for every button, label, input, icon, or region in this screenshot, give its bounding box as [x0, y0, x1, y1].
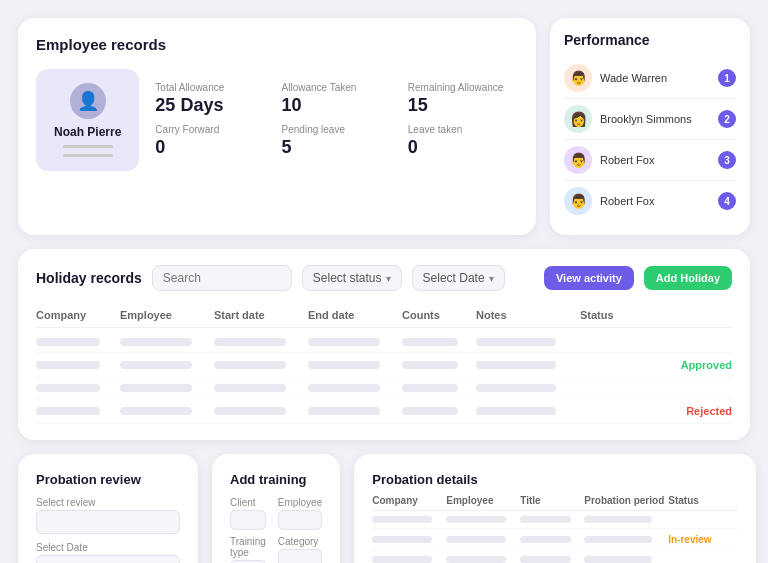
status-badge-inreview: In-review [668, 534, 738, 545]
perf-name-1: Wade Warren [600, 72, 710, 84]
perf-name-2: Brooklyn Simmons [600, 113, 710, 125]
details-td-placeholder [520, 556, 571, 563]
employee-records-title: Employee records [36, 36, 518, 53]
training-field-category: Category [278, 536, 322, 563]
details-td-placeholder [446, 556, 506, 563]
employee-records-card: Employee records 👤 Noah Pierre Total All… [18, 18, 536, 235]
td-placeholder [120, 338, 192, 346]
stat-leave-taken-label: Leave taken [408, 124, 518, 135]
chevron-down-icon-2: ▾ [489, 273, 494, 284]
col-end-date: End date [308, 309, 398, 321]
perf-rank-4: 4 [718, 192, 736, 210]
td-placeholder [308, 338, 380, 346]
details-td-placeholder [584, 536, 652, 543]
add-holiday-button[interactable]: Add Holiday [644, 266, 732, 290]
stat-remaining-allowance-value: 15 [408, 95, 518, 116]
details-col-status: Status [668, 495, 738, 506]
add-training-card: Add training Client Employee Training ty… [212, 454, 340, 563]
td-placeholder [214, 338, 286, 346]
table-row: Rejected [36, 399, 732, 424]
performance-card: Performance 👨 Wade Warren 1 👩 Brooklyn S… [550, 18, 750, 235]
td-placeholder [476, 384, 556, 392]
td-placeholder [120, 384, 192, 392]
td-placeholder [402, 338, 458, 346]
training-employee-input[interactable] [278, 510, 322, 530]
bottom-row: Probation review Select review Select Da… [18, 454, 750, 563]
training-field-employee: Employee [278, 497, 322, 530]
select-date-label: Select Date [423, 271, 485, 285]
training-form-grid: Client Employee Training type Category S… [230, 497, 322, 563]
training-client-label: Client [230, 497, 266, 508]
employee-name: Noah Pierre [54, 125, 121, 139]
add-training-title: Add training [230, 472, 322, 487]
td-placeholder [36, 384, 100, 392]
training-category-input[interactable] [278, 549, 322, 563]
table-row [36, 378, 732, 399]
stat-total-allowance: Total Allowance 25 Days [155, 82, 265, 116]
details-td-placeholder [372, 516, 432, 523]
training-client-input[interactable] [230, 510, 266, 530]
training-field-type: Training type [230, 536, 266, 563]
select-status-dropdown[interactable]: Select status ▾ [302, 265, 402, 291]
perf-avatar-2: 👩 [564, 105, 592, 133]
perf-item-2: 👩 Brooklyn Simmons 2 [564, 99, 736, 140]
stat-pending-leave-label: Pending leave [282, 124, 392, 135]
select-date-dropdown[interactable]: Select Date ▾ [412, 265, 505, 291]
details-table-row [372, 551, 738, 563]
details-td-placeholder [520, 516, 571, 523]
td-placeholder [36, 361, 100, 369]
td-placeholder [402, 384, 458, 392]
stat-pending-leave: Pending leave 5 [282, 124, 392, 158]
select-review-label: Select review [36, 497, 180, 508]
probation-review-card: Probation review Select review Select Da… [18, 454, 198, 563]
td-placeholder [36, 338, 100, 346]
stat-leave-taken: Leave taken 0 [408, 124, 518, 158]
holiday-records-title: Holiday records [36, 270, 142, 286]
col-employee: Employee [120, 309, 210, 321]
stat-carry-forward: Carry Forward 0 [155, 124, 265, 158]
training-field-client: Client [230, 497, 266, 530]
training-type-label: Training type [230, 536, 266, 558]
details-td-placeholder [372, 536, 432, 543]
stat-pending-leave-value: 5 [282, 137, 392, 158]
td-placeholder [36, 407, 100, 415]
details-table-row [372, 511, 738, 529]
details-td-placeholder [520, 536, 571, 543]
view-activity-button[interactable]: View activity [544, 266, 634, 290]
perf-rank-2: 2 [718, 110, 736, 128]
probation-details-title: Probation details [372, 472, 738, 487]
training-category-label: Category [278, 536, 322, 547]
details-col-title: Title [520, 495, 580, 506]
perf-rank-1: 1 [718, 69, 736, 87]
perf-item-4: 👨 Robert Fox 4 [564, 181, 736, 221]
table-row: Approved [36, 353, 732, 378]
td-placeholder [476, 361, 556, 369]
select-date-input[interactable] [36, 555, 180, 563]
search-input[interactable] [152, 265, 292, 291]
td-placeholder [308, 361, 380, 369]
perf-item-1: 👨 Wade Warren 1 [564, 58, 736, 99]
employee-line-1 [63, 145, 113, 148]
td-placeholder [476, 407, 556, 415]
col-notes: Notes [476, 309, 576, 321]
holiday-records-header: Holiday records Select status ▾ Select D… [36, 265, 732, 291]
stat-leave-taken-value: 0 [408, 137, 518, 158]
col-start-date: Start date [214, 309, 304, 321]
td-placeholder [476, 338, 556, 346]
perf-avatar-1: 👨 [564, 64, 592, 92]
employee-line-2 [63, 154, 113, 157]
details-col-employee: Employee [446, 495, 516, 506]
stat-remaining-allowance: Remaining Allowance 15 [408, 82, 518, 116]
status-badge-approved: Approved [580, 359, 732, 371]
details-td-placeholder [584, 516, 652, 523]
select-review-input[interactable] [36, 510, 180, 534]
td-placeholder [120, 407, 192, 415]
probation-details-header: Company Employee Title Probation period … [372, 495, 738, 511]
perf-name-4: Robert Fox [600, 195, 710, 207]
avatar: 👤 [70, 83, 106, 119]
holiday-table-header: Company Employee Start date End date Cou… [36, 303, 732, 328]
stat-remaining-allowance-label: Remaining Allowance [408, 82, 518, 93]
stat-allowance-taken-label: Allowance Taken [282, 82, 392, 93]
td-placeholder [214, 361, 286, 369]
perf-rank-3: 3 [718, 151, 736, 169]
